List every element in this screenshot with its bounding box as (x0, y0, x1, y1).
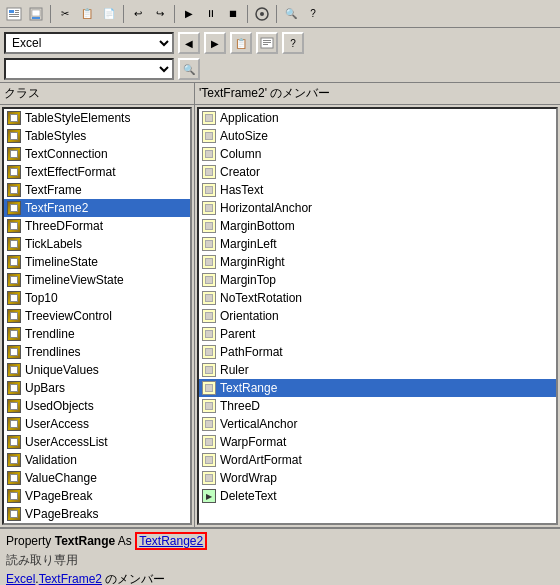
left-panel: クラス TableStyleElementsTableStylesTextCon… (0, 83, 195, 527)
list-item[interactable]: TextEffectFormat (4, 163, 190, 181)
list-item[interactable]: TreeviewControl (4, 307, 190, 325)
class-label: VPageBreak (25, 489, 92, 503)
list-item[interactable]: ValueChange (4, 469, 190, 487)
property-type-link[interactable]: TextRange2 (135, 532, 207, 550)
class-label: ValueChange (25, 471, 97, 485)
list-item[interactable]: TickLabels (4, 235, 190, 253)
toolbar-icon-4[interactable]: 📋 (77, 4, 97, 24)
list-item[interactable]: HorizontalAnchor (199, 199, 556, 217)
list-item[interactable]: Parent (199, 325, 556, 343)
class-label: TickLabels (25, 237, 82, 251)
class-label: Validation (25, 453, 77, 467)
class-icon (6, 110, 22, 126)
list-item[interactable]: AutoSize (199, 127, 556, 145)
svg-rect-1 (9, 10, 14, 13)
member-list[interactable]: ApplicationAutoSizeColumnCreatorHasTextH… (197, 107, 558, 525)
nav-back-btn[interactable]: ◀ (178, 32, 200, 54)
list-item[interactable]: WordWrap (199, 469, 556, 487)
member-label: TextRange (220, 381, 277, 395)
list-item[interactable]: TextRange (199, 379, 556, 397)
list-item[interactable]: Application (199, 109, 556, 127)
list-item[interactable]: VPageBreaks (4, 505, 190, 523)
help2-btn[interactable]: ? (282, 32, 304, 54)
stop-icon[interactable]: ⏹ (223, 4, 243, 24)
list-item[interactable]: Validation (4, 451, 190, 469)
list-item[interactable]: VPageBreak (4, 487, 190, 505)
toolbar-icon-2[interactable] (26, 4, 46, 24)
class-label: Trendlines (25, 345, 81, 359)
class-label: Top10 (25, 291, 58, 305)
toolbar-icon-3[interactable]: ✂ (55, 4, 75, 24)
copy-btn[interactable]: 📋 (230, 32, 252, 54)
list-item[interactable]: Top10 (4, 289, 190, 307)
member-icon (201, 218, 217, 234)
member-icon (201, 254, 217, 270)
list-item[interactable]: PathFormat (199, 343, 556, 361)
list-item[interactable]: TableStyleElements (4, 109, 190, 127)
list-item[interactable]: MarginRight (199, 253, 556, 271)
toolbar-icon-6[interactable]: ↩ (128, 4, 148, 24)
member-icon (201, 236, 217, 252)
property-as: As (115, 534, 135, 548)
member-icon (201, 416, 217, 432)
library-select[interactable]: Excel All Libraries (4, 32, 174, 54)
excel-link[interactable]: Excel (6, 572, 35, 585)
list-item[interactable]: TextFrame (4, 181, 190, 199)
bottom-panel: Property TextRange As TextRange2 読み取り専用 … (0, 527, 560, 585)
sep1 (50, 5, 51, 23)
list-item[interactable]: VerticalAnchor (199, 415, 556, 433)
list-item[interactable]: TimelineViewState (4, 271, 190, 289)
member-icon: ▶ (201, 488, 217, 504)
search-select[interactable] (4, 58, 174, 80)
list-item[interactable]: UsedObjects (4, 397, 190, 415)
view-def-btn[interactable] (256, 32, 278, 54)
list-item[interactable]: Creator (199, 163, 556, 181)
svg-rect-14 (263, 44, 268, 45)
class-icon (6, 182, 22, 198)
list-item[interactable]: TextFrame2 (4, 199, 190, 217)
member-label: MarginRight (220, 255, 285, 269)
list-item[interactable]: WarpFormat (199, 433, 556, 451)
find-icon[interactable]: 🔍 (281, 4, 301, 24)
list-item[interactable]: UserAccess (4, 415, 190, 433)
help-icon[interactable]: ? (303, 4, 323, 24)
dropdown-row-2: 🔍 (0, 56, 560, 82)
object-browser-icon[interactable] (252, 4, 272, 24)
list-item[interactable]: Orientation (199, 307, 556, 325)
class-icon (6, 200, 22, 216)
list-item[interactable]: Ruler (199, 361, 556, 379)
list-item[interactable]: Column (199, 145, 556, 163)
toolbar-icon-7[interactable]: ↪ (150, 4, 170, 24)
nav-fwd-btn[interactable]: ▶ (204, 32, 226, 54)
list-item[interactable]: UniqueValues (4, 361, 190, 379)
list-item[interactable]: WordArtFormat (199, 451, 556, 469)
run-icon[interactable]: ▶ (179, 4, 199, 24)
svg-rect-2 (15, 10, 19, 11)
list-item[interactable]: MarginTop (199, 271, 556, 289)
sep5 (276, 5, 277, 23)
list-item[interactable]: UpBars (4, 379, 190, 397)
class-list[interactable]: TableStyleElementsTableStylesTextConnect… (2, 107, 192, 525)
textframe2-link[interactable]: TextFrame2 (39, 572, 102, 585)
list-item[interactable]: NoTextRotation (199, 289, 556, 307)
list-item[interactable]: TimelineState (4, 253, 190, 271)
pause-icon[interactable]: ⏸ (201, 4, 221, 24)
search-btn[interactable]: 🔍 (178, 58, 200, 80)
list-item[interactable]: TableStyles (4, 127, 190, 145)
list-item[interactable]: ThreeDFormat (4, 217, 190, 235)
list-item[interactable]: MarginBottom (199, 217, 556, 235)
list-item[interactable]: ThreeD (199, 397, 556, 415)
class-label: UpBars (25, 381, 65, 395)
list-item[interactable]: UserAccessList (4, 433, 190, 451)
list-item[interactable]: ▶DeleteText (199, 487, 556, 505)
property-line: Property TextRange As TextRange2 (6, 532, 554, 550)
toolbar-icon-5[interactable]: 📄 (99, 4, 119, 24)
class-icon (6, 362, 22, 378)
member-icon (201, 344, 217, 360)
list-item[interactable]: Trendline (4, 325, 190, 343)
list-item[interactable]: TextConnection (4, 145, 190, 163)
list-item[interactable]: MarginLeft (199, 235, 556, 253)
list-item[interactable]: HasText (199, 181, 556, 199)
toolbar-icon-1[interactable] (4, 4, 24, 24)
list-item[interactable]: Trendlines (4, 343, 190, 361)
